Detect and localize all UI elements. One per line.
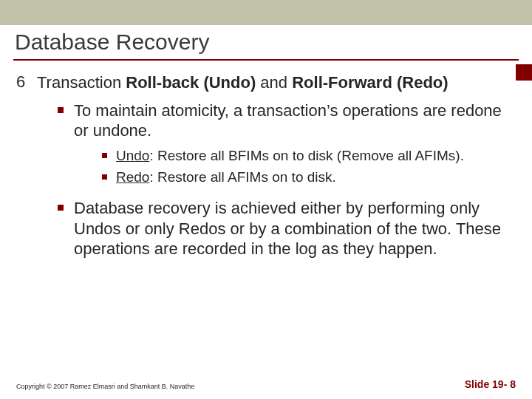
list-item: Undo: Restore all BFIMs on to disk (Remo…	[102, 147, 516, 165]
undo-rest: : Restore all BFIMs on to disk (Remove a…	[149, 148, 464, 163]
slide-number: Slide 19- 8	[465, 378, 516, 390]
lvl1-text-a: To maintain atomicity, a transaction’s o…	[74, 100, 516, 141]
redo-rest: : Restore all AFIMs on to disk.	[149, 169, 335, 185]
list-item: To maintain atomicity, a transaction’s o…	[58, 100, 516, 193]
slide-title: Database Recovery	[15, 30, 517, 55]
bullet-square-icon	[58, 205, 64, 211]
item-heading: Transaction Roll-back (Undo) and Roll-Fo…	[37, 72, 449, 93]
list-item: Database recovery is achieved either by …	[58, 198, 516, 259]
footer: Copyright © 2007 Ramez Elmasri and Shamk…	[0, 378, 532, 390]
copyright-text: Copyright © 2007 Ramez Elmasri and Shamk…	[16, 383, 194, 390]
accent-square	[516, 64, 532, 81]
numbered-item: 6 Transaction Roll-back (Undo) and Roll-…	[16, 72, 516, 93]
content-area: 6 Transaction Roll-back (Undo) and Roll-…	[0, 61, 532, 259]
redo-label: Redo	[116, 169, 149, 185]
bullet-square-icon	[102, 153, 107, 158]
heading-pre: Transaction	[37, 73, 126, 92]
title-area: Database Recovery	[0, 25, 532, 59]
top-color-band	[0, 0, 532, 25]
level2-list: Undo: Restore all BFIMs on to disk (Remo…	[74, 147, 516, 187]
level1-list: To maintain atomicity, a transaction’s o…	[16, 100, 516, 259]
lvl2-text-b: Redo: Restore all AFIMs on to disk.	[116, 168, 336, 186]
item-number: 6	[16, 72, 27, 92]
list-item: Redo: Restore all AFIMs on to disk.	[102, 168, 516, 186]
bullet-square-icon	[58, 107, 64, 113]
lvl1-text-b: Database recovery is achieved either by …	[74, 198, 516, 259]
lvl2-text-a: Undo: Restore all BFIMs on to disk (Remo…	[116, 147, 464, 165]
heading-bold-1: Roll-back (Undo)	[126, 73, 256, 92]
bullet-square-icon	[102, 174, 107, 180]
undo-label: Undo	[116, 148, 149, 163]
heading-mid: and	[256, 73, 292, 92]
heading-bold-2: Roll-Forward (Redo)	[292, 73, 448, 92]
